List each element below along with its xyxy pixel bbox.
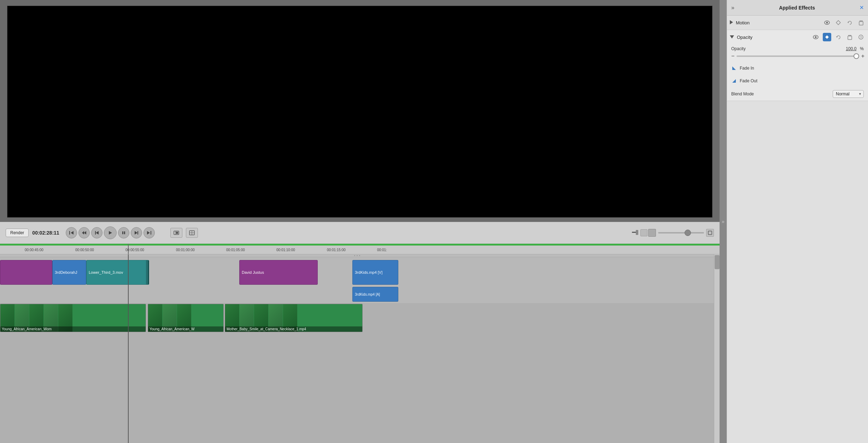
svg-marker-6	[109, 231, 112, 235]
clip-lower-third[interactable]: Lower_Third_3.mov	[86, 260, 149, 285]
video-preview	[7, 6, 712, 218]
motion-delete-button[interactable]	[857, 18, 865, 27]
fade-in-label: Fade In	[740, 66, 754, 71]
opacity-reset-button[interactable]	[834, 33, 843, 41]
motion-expand-triangle[interactable]	[730, 20, 733, 25]
svg-marker-1	[71, 231, 74, 235]
clip-young-african-2[interactable]: Young_African_American_W	[148, 304, 224, 332]
step-back-button[interactable]	[78, 227, 90, 238]
svg-marker-2	[84, 231, 86, 235]
motion-eye-button[interactable]	[823, 18, 831, 27]
motion-reset-button[interactable]	[845, 18, 854, 27]
svg-rect-0	[69, 231, 70, 235]
ruler-time-7: 00:01:15:00	[327, 248, 346, 252]
prev-frame-button[interactable]	[91, 227, 102, 238]
effects-close-icon[interactable]: ×	[860, 4, 864, 12]
fade-in-icon	[731, 65, 737, 71]
svg-point-23	[826, 22, 828, 24]
zoom-end-button[interactable]	[706, 229, 714, 237]
opacity-slider-thumb[interactable]	[854, 53, 859, 59]
svg-rect-7	[122, 231, 123, 234]
svg-rect-26	[859, 22, 863, 25]
zoom-out-icon[interactable]	[632, 230, 638, 236]
motion-keyframe-button[interactable]	[834, 18, 843, 27]
clip-right-handle[interactable]	[146, 260, 149, 284]
opacity-collapse-icon[interactable]	[730, 35, 734, 40]
play-button[interactable]	[104, 226, 117, 239]
timecode-display: 00:02:28:11	[32, 230, 59, 236]
go-start-button[interactable]	[66, 227, 77, 238]
motion-label: Motion	[736, 20, 820, 25]
opacity-delete-button[interactable]	[845, 33, 854, 41]
clip-view-button[interactable]	[170, 228, 182, 238]
blend-mode-select[interactable]: Normal Dissolve Darken Multiply Color Bu…	[833, 90, 864, 98]
panel-expand-icon[interactable]: »	[731, 5, 734, 11]
svg-marker-11	[147, 231, 150, 235]
motion-collapse-icon[interactable]	[730, 20, 733, 24]
go-end-button[interactable]	[143, 227, 155, 238]
opacity-expand-triangle[interactable]	[730, 35, 734, 39]
timeline-ruler[interactable]: 00:00:45:00 00:00:50:00 00:00:55:00 00:0…	[0, 244, 720, 254]
fade-out-icon	[731, 78, 737, 84]
opacity-plus-button[interactable]: +	[861, 53, 864, 59]
svg-rect-20	[636, 230, 638, 235]
opacity-value[interactable]: 100.0	[846, 46, 856, 51]
stop-button[interactable]	[118, 227, 129, 238]
timeline-container: 00:00:45:00 00:00:50:00 00:00:55:00 00:0…	[0, 244, 720, 443]
scrollbar-thumb[interactable]	[715, 255, 720, 269]
zoom-large-icon	[648, 229, 656, 237]
track-resize-handle[interactable]	[0, 254, 714, 257]
transport-controls	[66, 226, 155, 239]
timeline-view-button[interactable]	[186, 228, 198, 238]
clip-david-justus[interactable]: David Justus	[239, 260, 318, 285]
zoom-slider[interactable]	[658, 232, 704, 234]
opacity-eye-button[interactable]	[811, 33, 820, 41]
panel-toggle[interactable]: »	[720, 0, 727, 443]
video-track-2: Young_African_American_Wom Young_African…	[0, 304, 714, 332]
render-button[interactable]: Render	[6, 229, 29, 237]
opacity-keyframe-button[interactable]	[823, 33, 831, 41]
clip-mother-baby[interactable]: Mother_Baby_Smile_at_Camera_Necklace_1.m…	[225, 304, 363, 332]
svg-marker-3	[82, 231, 84, 235]
svg-rect-10	[137, 231, 138, 235]
opacity-property-label: Opacity	[731, 46, 843, 51]
svg-marker-40	[732, 66, 736, 70]
opacity-value-row: Opacity 100.0 %	[727, 44, 868, 53]
next-frame-button[interactable]	[131, 227, 142, 238]
clip-label: 3rdKids.mp4 [V]	[355, 270, 382, 274]
opacity-slider-row: − +	[727, 53, 868, 62]
opacity-help-button[interactable]: ?	[857, 33, 865, 41]
clip-purple-1[interactable]	[0, 260, 52, 285]
opacity-slider[interactable]	[737, 55, 859, 57]
clip-3rd-deborah[interactable]: 3rdDeborahJ	[52, 260, 86, 285]
opacity-minus-button[interactable]: −	[731, 53, 734, 59]
ruler-time-5: 00:01:05:00	[226, 248, 245, 252]
playhead-track-line[interactable]	[128, 254, 129, 443]
effects-panel-title: Applied Effects	[734, 5, 860, 11]
zoom-small-icon	[640, 229, 647, 236]
clip-label: David Justus	[242, 270, 264, 274]
clip-label: Lower_Third_3.mov	[89, 270, 123, 274]
zoom-control	[632, 229, 714, 237]
svg-rect-34	[848, 36, 852, 40]
clip-label: Young_African_American_Wom	[0, 326, 146, 332]
svg-point-31	[815, 36, 817, 38]
blend-mode-row: Blend Mode Normal Dissolve Darken Multip…	[727, 87, 868, 101]
svg-rect-12	[151, 231, 151, 235]
playhead-indicator[interactable]	[128, 244, 129, 254]
transport-bar: Render 00:02:28:11	[0, 222, 720, 244]
effects-header: » Applied Effects ×	[727, 0, 868, 16]
clip-label: 3rdKids.mp4 [A]	[355, 293, 380, 296]
ruler-time-4: 00:01:00:00	[176, 248, 195, 252]
clip-3rdkids-v[interactable]: 3rdKids.mp4 [V]	[352, 260, 398, 285]
fade-out-row: Fade Out	[727, 75, 868, 87]
blend-mode-wrapper[interactable]: Normal Dissolve Darken Multiply Color Bu…	[833, 90, 864, 98]
effects-panel-empty	[727, 101, 868, 443]
opacity-section-label: Opacity	[737, 35, 809, 40]
clip-young-african-1[interactable]: Young_African_American_Wom	[0, 304, 146, 332]
clip-3rdkids-a[interactable]: 3rdKids.mp4 [A]	[352, 287, 398, 302]
svg-marker-9	[135, 231, 137, 235]
zoom-icons	[640, 229, 656, 237]
motion-section-row: Motion	[727, 16, 868, 30]
timeline-scrollbar[interactable]	[714, 254, 720, 443]
